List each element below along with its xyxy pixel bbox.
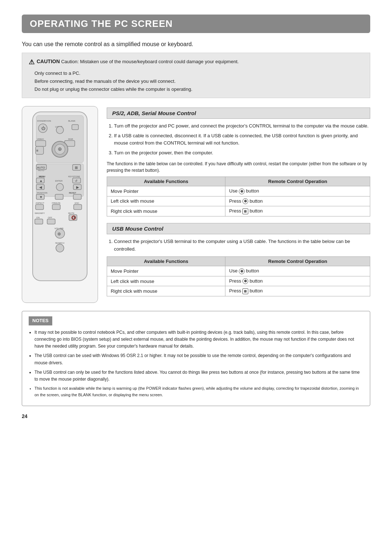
ps2-row-1: Move Pointer Use ⊕ button — [107, 186, 370, 196]
circle-btn-4: ⊕ — [242, 278, 248, 284]
svg-rect-41 — [73, 194, 81, 199]
svg-text:STANDBY/ON: STANDBY/ON — [37, 120, 51, 122]
usb-title: USB Mouse Control — [112, 226, 365, 232]
svg-text:▶: ▶ — [76, 185, 79, 189]
ps2-op-2: Press ⊕ button — [225, 196, 370, 206]
ps2-func-2: Left click with mouse — [107, 196, 225, 206]
ps2-steps-list: Turn off the projector and PC power, and… — [107, 122, 370, 157]
svg-text:BLANK: BLANK — [68, 120, 75, 122]
circle-btn-2: ⊕ — [242, 198, 248, 204]
usb-op-1: Use ⊕ button — [225, 266, 370, 276]
usb-table: Available Functions Remote Control Opera… — [107, 256, 370, 296]
usb-row-2: Left click with mouse Press ⊕ button — [107, 276, 370, 286]
usb-col1-header: Available Functions — [107, 257, 225, 266]
usb-steps-list: Connect the projector's USB terminal to … — [107, 238, 370, 253]
svg-text:⏻: ⏻ — [41, 126, 45, 130]
svg-text:⊞: ⊞ — [75, 166, 78, 170]
ps2-notice: The functions in the table below can be … — [107, 161, 370, 174]
usb-op-3: Press ⊞ button — [225, 286, 370, 296]
svg-rect-53 — [47, 219, 55, 224]
svg-text:ON: ON — [36, 216, 40, 219]
svg-rect-46 — [52, 204, 60, 210]
usb-row-1: Move Pointer Use ⊕ button — [107, 266, 370, 276]
svg-text:⊕: ⊕ — [58, 146, 62, 152]
caution-bullet-2: Before connecting, read the manuals of t… — [34, 77, 363, 85]
svg-text:VIDEO: VIDEO — [37, 138, 44, 140]
svg-text:SEARCH: SEARCH — [55, 242, 64, 244]
usb-op-2: Press ⊕ button — [225, 276, 370, 286]
ps2-section-header: PS/2, ADB, Serial Mouse Control — [107, 108, 370, 119]
svg-text:↺: ↺ — [75, 179, 78, 183]
svg-rect-45 — [36, 204, 44, 210]
svg-text:▼: ▼ — [39, 195, 43, 199]
page-title-bar: OPERATING THE PC SCREEN — [22, 15, 370, 33]
ps2-op-1: Use ⊕ button — [225, 186, 370, 196]
svg-text:▲: ▲ — [39, 179, 43, 183]
svg-text:ESC: ESC — [75, 202, 79, 204]
svg-text:ASPECT: ASPECT — [36, 202, 44, 204]
right-content: PS/2, ADB, Serial Mouse Control Turn off… — [107, 106, 370, 303]
ps2-col1-header: Available Functions — [107, 177, 225, 186]
svg-text:KEYSTONE: KEYSTONE — [68, 175, 80, 178]
svg-text:AUTO: AUTO — [37, 166, 45, 169]
circle-btn-1: ⊕ — [239, 189, 245, 194]
ps2-step-2: If a USB cable is connected, disconnect … — [114, 132, 370, 147]
ps2-func-1: Move Pointer — [107, 186, 225, 196]
svg-text:🔇: 🔇 — [71, 215, 76, 220]
caution-label: CAUTION — [37, 58, 60, 64]
ps2-step-3: Turn on the projector power, then the co… — [114, 149, 370, 157]
caution-icon: ⚠ — [29, 57, 34, 68]
usb-step-1: Connect the projector's USB terminal to … — [114, 238, 370, 253]
notes-item-4: This function is not available while the… — [34, 385, 363, 398]
svg-text:MENU: MENU — [39, 175, 45, 178]
intro-text: You can use the remote control as a simp… — [22, 41, 370, 48]
caution-text: Caution: Mistaken use of the mouse/keybo… — [61, 59, 238, 64]
caution-bullet-1: Only connect to a PC. — [34, 69, 363, 77]
page-number: 24 — [22, 413, 370, 419]
svg-text:RGB: RGB — [68, 138, 73, 140]
circle-btn-3: ⊕ — [239, 268, 245, 274]
ps2-op-3: Press ⊞ button — [225, 206, 370, 216]
svg-text:◀: ◀ — [39, 185, 42, 189]
ps2-table: Available Functions Remote Control Opera… — [107, 177, 370, 216]
ps2-step-1: Turn off the projector and PC power, and… — [114, 122, 370, 130]
svg-rect-52 — [35, 219, 43, 224]
usb-col2-header: Remote Control Operation — [225, 257, 370, 266]
ps2-col2-header: Remote Control Operation — [225, 177, 370, 186]
svg-text:ENTER: ENTER — [55, 180, 63, 182]
usb-func-3: Right click with mouse — [107, 286, 225, 296]
svg-text:FREEZE: FREEZE — [52, 202, 61, 204]
notes-item-3: The USB control can only be used for the… — [34, 369, 363, 383]
svg-text:MAGNIFY: MAGNIFY — [35, 212, 45, 214]
notes-item-1: It may not be possible to control notebo… — [34, 329, 363, 350]
svg-rect-11 — [36, 141, 46, 146]
usb-func-2: Left click with mouse — [107, 276, 225, 286]
svg-point-7 — [56, 126, 64, 134]
square-btn-1: ⊞ — [242, 208, 248, 214]
notes-list: It may not be possible to control notebo… — [29, 329, 363, 398]
usb-func-1: Move Pointer — [107, 266, 225, 276]
svg-rect-8 — [72, 125, 78, 130]
square-btn-2: ⊞ — [242, 288, 248, 294]
svg-text:⊕: ⊕ — [57, 231, 61, 236]
notes-label: NOTES — [29, 316, 52, 325]
remote-control-image: STANDBY/ON BLANK LASER ⏻ VIDEO RGB — [22, 106, 98, 303]
svg-text:≡: ≡ — [36, 149, 38, 153]
main-content: STANDBY/ON BLANK LASER ⏻ VIDEO RGB — [22, 106, 370, 303]
notes-item-2: The USB control can be used with Windows… — [34, 352, 363, 366]
ps2-row-2: Left click with mouse Press ⊕ button — [107, 196, 370, 206]
svg-text:POSITION: POSITION — [37, 192, 48, 194]
usb-section-header: USB Mouse Control — [107, 223, 370, 234]
svg-rect-40 — [55, 194, 63, 199]
caution-bullet-3: Do not plug or unplug the connector cabl… — [34, 85, 363, 93]
notes-box: NOTES It may not be possible to control … — [22, 311, 370, 406]
svg-point-60 — [56, 244, 64, 252]
ps2-title: PS/2, ADB, Serial Mouse Control — [112, 110, 365, 116]
svg-point-33 — [56, 183, 64, 191]
svg-text:RESET: RESET — [69, 192, 76, 194]
svg-text:MUTE: MUTE — [68, 212, 74, 214]
svg-rect-47 — [74, 204, 82, 210]
usb-row-3: Right click with mouse Press ⊞ button — [107, 286, 370, 296]
remote-svg: STANDBY/ON BLANK LASER ⏻ VIDEO RGB — [25, 110, 94, 284]
svg-text:OFF: OFF — [48, 216, 52, 219]
